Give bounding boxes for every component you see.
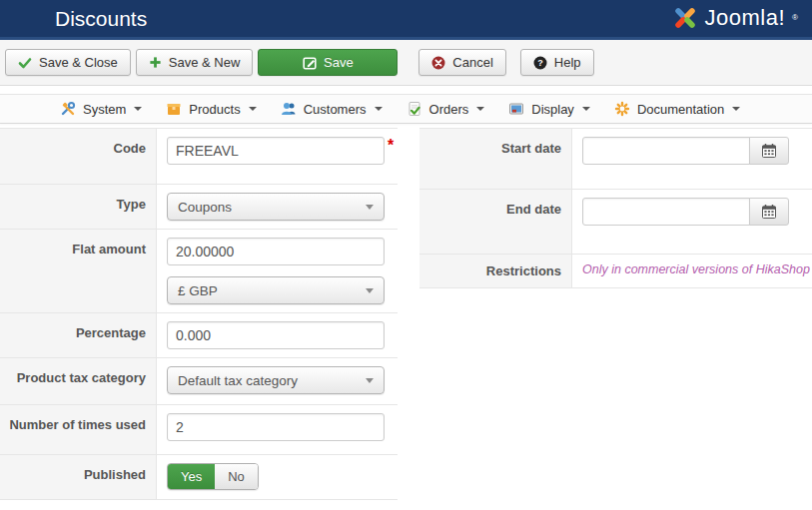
tax-category-select[interactable]: Default tax category (167, 366, 385, 394)
admin-header: Discounts Joomla!® (0, 0, 812, 40)
published-toggle: Yes No (167, 463, 259, 490)
joomla-logo: Joomla!® (672, 5, 798, 31)
page-title: Discounts (55, 0, 147, 37)
required-asterisk: * (388, 137, 394, 154)
menu-label-products: Products (189, 102, 240, 117)
edit-save-icon (303, 56, 317, 70)
help-question-icon: ? (533, 56, 547, 70)
currency-select[interactable]: £ GBP (167, 276, 385, 304)
calendar-icon (761, 143, 777, 159)
toolbar: Save & Close Save & New Save Cancel ? He… (0, 40, 812, 86)
flat-amount-input[interactable] (167, 238, 385, 265)
menu-label-system: System (83, 102, 126, 117)
start-date-input[interactable] (582, 137, 750, 165)
save-close-label: Save & Close (39, 55, 118, 70)
chevron-down-icon (366, 378, 374, 383)
asterisk-icon (614, 101, 630, 117)
type-select-value: Coupons (178, 200, 232, 215)
joomla-logo-mark: ® (792, 13, 798, 23)
chevron-down-icon (366, 205, 374, 210)
chevron-down-icon (582, 107, 590, 111)
box-icon (166, 101, 182, 117)
menu-item-customers[interactable]: Customers (281, 101, 383, 117)
save-new-button[interactable]: Save & New (136, 49, 254, 76)
percentage-input[interactable] (167, 321, 385, 349)
percentage-label: Percentage (0, 313, 157, 357)
chevron-down-icon (249, 107, 257, 111)
end-date-calendar-button[interactable] (749, 198, 789, 226)
joomla-x-icon (672, 5, 698, 31)
menu-item-system[interactable]: System (60, 101, 142, 117)
restrictions-label: Restrictions (419, 255, 572, 287)
type-label: Type (0, 185, 157, 229)
published-yes-button[interactable]: Yes (168, 464, 215, 489)
menu-item-products[interactable]: Products (166, 101, 256, 117)
code-label: Code (0, 129, 157, 184)
cancel-label: Cancel (452, 55, 492, 70)
chevron-down-icon (476, 107, 484, 111)
save-button[interactable]: Save (258, 49, 398, 76)
start-date-calendar-button[interactable] (749, 137, 789, 165)
form-row-times-used: Number of times used (0, 405, 398, 455)
form-row-start-date: Start date (419, 129, 812, 190)
menu-item-documentation[interactable]: Documentation (614, 101, 740, 117)
form-row-tax-category: Product tax category Default tax categor… (0, 358, 398, 405)
order-check-icon (406, 101, 422, 117)
check-icon (18, 56, 32, 70)
chevron-down-icon (366, 288, 374, 293)
code-input[interactable] (167, 137, 385, 165)
times-used-label: Number of times used (0, 405, 157, 454)
plus-icon (149, 56, 162, 69)
form-row-code: Code * (0, 129, 398, 185)
users-icon (281, 101, 297, 117)
form-panel-dates: Start date (419, 128, 812, 288)
monitor-icon (508, 101, 524, 117)
end-date-input[interactable] (582, 198, 750, 226)
currency-select-value: £ GBP (178, 283, 218, 298)
chevron-down-icon (134, 107, 142, 111)
cancel-button[interactable]: Cancel (418, 49, 505, 76)
calendar-icon (761, 204, 777, 220)
joomla-logo-text: Joomla! (705, 5, 786, 31)
tools-icon (60, 101, 76, 117)
save-label: Save (324, 55, 354, 70)
help-button[interactable]: ? Help (520, 49, 594, 76)
help-label: Help (554, 55, 581, 70)
form-row-published: Published Yes No (0, 455, 398, 500)
form-panel-main: Code * Type Coupons Flat amount £ GBP (0, 128, 398, 500)
tax-category-select-value: Default tax category (178, 373, 298, 388)
menu-label-display: Display (531, 102, 574, 117)
chevron-down-icon (375, 107, 383, 111)
menu-item-display[interactable]: Display (508, 101, 590, 117)
form-row-type: Type Coupons (0, 185, 398, 230)
tax-category-label: Product tax category (0, 358, 157, 404)
type-select[interactable]: Coupons (167, 193, 385, 221)
menu-label-customers: Customers (304, 102, 367, 117)
menu-label-documentation: Documentation (637, 102, 724, 117)
form-row-flat-amount: Flat amount £ GBP (0, 230, 398, 313)
published-no-button[interactable]: No (215, 464, 258, 489)
form-row-percentage: Percentage (0, 313, 398, 358)
form-row-restrictions: Restrictions Only in commercial versions… (419, 255, 812, 288)
svg-text:?: ? (537, 58, 543, 68)
save-close-button[interactable]: Save & Close (5, 49, 131, 76)
published-label: Published (0, 455, 157, 499)
save-new-label: Save & New (169, 55, 241, 70)
menu-item-orders[interactable]: Orders (406, 101, 485, 117)
restrictions-note-link[interactable]: Only in commercial versions of HikaShop (582, 257, 810, 276)
start-date-label: Start date (419, 129, 572, 189)
end-date-label: End date (419, 190, 572, 254)
component-menubar: System Products Customers Orders (0, 94, 812, 124)
times-used-input[interactable] (167, 413, 385, 441)
form-row-end-date: End date (419, 190, 812, 255)
chevron-down-icon (732, 107, 740, 111)
cancel-x-icon (431, 56, 445, 70)
menu-label-orders: Orders (429, 102, 469, 117)
discount-form: Code * Type Coupons Flat amount £ GBP (0, 128, 812, 500)
flat-amount-label: Flat amount (0, 230, 157, 312)
